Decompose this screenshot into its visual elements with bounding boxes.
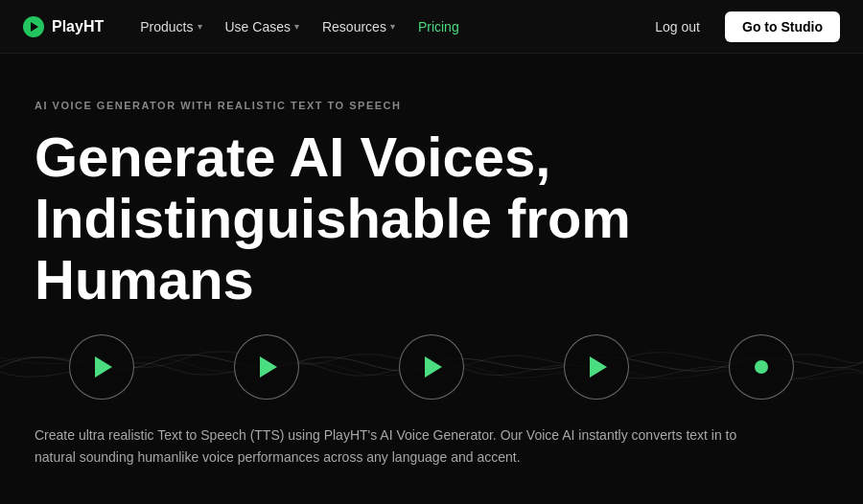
nav-right: Log out Go to Studio — [645, 11, 840, 42]
nav-left: PlayHT Products ▾ Use Cases ▾ Resources … — [23, 13, 469, 40]
play-icon — [95, 356, 112, 378]
nav-item-usecases[interactable]: Use Cases ▾ — [216, 13, 309, 40]
play-button-5[interactable] — [729, 334, 794, 400]
chevron-down-icon: ▾ — [294, 21, 299, 32]
play-icon — [425, 356, 442, 378]
play-button-1[interactable] — [69, 334, 134, 400]
logo-text: PlayHT — [52, 18, 104, 35]
play-icon — [590, 356, 607, 378]
play-buttons-row — [0, 334, 863, 400]
waveform-section — [0, 309, 863, 424]
hero-title: Generate AI Voices, Indistinguishable fr… — [35, 126, 828, 309]
go-to-studio-button[interactable]: Go to Studio — [725, 11, 840, 42]
nav-item-resources[interactable]: Resources ▾ — [313, 13, 405, 40]
nav-links: Products ▾ Use Cases ▾ Resources ▾ Prici… — [130, 13, 468, 40]
hero-subtitle: AI VOICE GENERATOR WITH REALISTIC TEXT T… — [35, 100, 828, 111]
hero-description: Create ultra realistic Text to Speech (T… — [0, 424, 786, 469]
play-icon — [260, 356, 277, 378]
logo-icon — [23, 16, 44, 37]
play-button-3[interactable] — [399, 334, 464, 400]
nav-item-pricing[interactable]: Pricing — [408, 13, 469, 40]
play-button-4[interactable] — [564, 334, 629, 400]
play-button-2[interactable] — [234, 334, 299, 400]
hero-section: AI VOICE GENERATOR WITH REALISTIC TEXT T… — [0, 54, 863, 309]
chevron-down-icon: ▾ — [390, 21, 395, 32]
logo[interactable]: PlayHT — [23, 16, 104, 37]
logout-button[interactable]: Log out — [645, 13, 710, 40]
chevron-down-icon: ▾ — [198, 21, 202, 32]
nav-item-products[interactable]: Products ▾ — [130, 13, 211, 40]
dot-icon — [755, 360, 768, 374]
navbar: PlayHT Products ▾ Use Cases ▾ Resources … — [0, 0, 863, 54]
